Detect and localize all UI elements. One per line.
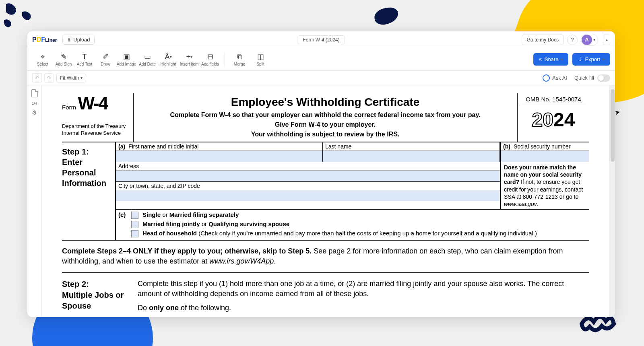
step1-heading: Step 1: Enter Personal Information xyxy=(62,142,115,240)
app-window: PDFLiner ⇧ Upload Form W-4 (2024) Go to … xyxy=(27,31,615,317)
upload-icon: ⇧ xyxy=(67,37,71,43)
first-name-label: (a)First name and middle initial xyxy=(116,142,322,150)
document-viewport[interactable]: Form W-4 Department of the Treasury Inte… xyxy=(42,85,609,317)
filing-married-joint-label: Married filing jointly or Qualifying sur… xyxy=(142,220,289,227)
fields-icon: ⊟ xyxy=(207,52,213,61)
pencil-icon: ✐ xyxy=(103,52,109,61)
app-logo[interactable]: PDFLiner xyxy=(32,36,57,43)
share-icon: ⎋ xyxy=(539,56,542,62)
complete-steps-note: Complete Steps 2–4 ONLY if they apply to… xyxy=(62,241,589,273)
ssn-match-note: Does your name match the name on your so… xyxy=(500,162,589,209)
plus-icon: +▾ xyxy=(186,52,192,61)
vertical-scrollbar[interactable] xyxy=(609,85,615,317)
form-instruction: Complete Form W-4 so that your employer … xyxy=(138,110,513,120)
sub-toolbar: ↶ ↷ Fit Width ▾ Ask AI Quick fill xyxy=(27,71,615,85)
my-docs-button[interactable]: Go to my Docs xyxy=(522,35,564,45)
tool-add-fields[interactable]: ⊟ Add fields xyxy=(200,49,221,70)
scrollbar-thumb[interactable] xyxy=(611,89,615,162)
form-w4-document: Form W-4 Department of the Treasury Inte… xyxy=(42,85,609,317)
redo-button[interactable]: ↷ xyxy=(44,73,54,83)
topbar: PDFLiner ⇧ Upload Form W-4 (2024) Go to … xyxy=(27,31,615,48)
collapse-button[interactable]: ▴ xyxy=(603,35,610,45)
tool-add-text[interactable]: T Add Text xyxy=(74,49,95,70)
zoom-select[interactable]: Fit Width ▾ xyxy=(56,74,86,82)
download-icon: ⤓ xyxy=(578,56,582,62)
quick-fill-switch[interactable] xyxy=(597,74,610,82)
calendar-icon: ▭ xyxy=(144,52,151,61)
chevron-down-icon: ▾ xyxy=(593,37,595,42)
dept-line: Department of the Treasury xyxy=(62,123,130,130)
ssn-label: (b)Social security number xyxy=(501,142,589,150)
tool-select[interactable]: ⌖ Select xyxy=(32,49,53,70)
tool-add-image[interactable]: ▣ Add Image xyxy=(116,49,137,70)
highlighter-icon: Å▾ xyxy=(165,52,171,61)
chevron-down-icon: ▾ xyxy=(80,76,83,80)
help-button[interactable]: ? xyxy=(567,35,578,45)
chevron-down-icon: ▾ xyxy=(561,57,563,62)
tool-add-date[interactable]: ▭ Add Date xyxy=(137,49,158,70)
city-label: City or town, state, and ZIP code xyxy=(116,182,500,190)
share-button[interactable]: ⎋ Share ▾ xyxy=(533,53,569,66)
filing-hoh-checkbox[interactable] xyxy=(131,230,138,237)
filing-hoh-label: Head of household (Check only if you're … xyxy=(142,230,537,237)
page-thumbnail-icon[interactable] xyxy=(31,89,38,97)
omb-number: OMB No. 1545-0074 xyxy=(521,96,586,106)
step2-heading: Step 2: Multiple Jobs or Spouse xyxy=(62,279,138,313)
filing-married-joint-checkbox[interactable] xyxy=(131,221,138,228)
form-label: Form xyxy=(62,104,76,111)
account-menu[interactable]: A ▾ xyxy=(581,34,598,46)
split-icon: ◫ xyxy=(257,52,264,61)
ssn-field[interactable] xyxy=(501,150,589,162)
page-counter: 1/4 xyxy=(32,101,37,105)
tool-merge[interactable]: ⧉ Merge xyxy=(229,49,250,70)
last-name-field[interactable] xyxy=(323,150,500,162)
export-button[interactable]: ⤓ Export ▾ xyxy=(572,53,610,66)
merge-icon: ⧉ xyxy=(237,52,242,61)
settings-icon[interactable]: ⚙ xyxy=(32,109,37,116)
tool-insert-item[interactable]: +▾ Insert item xyxy=(179,49,200,70)
left-sidebar: 1/4 ⚙ xyxy=(27,85,42,317)
dept-line: Internal Revenue Service xyxy=(62,130,130,137)
user-avatar: A xyxy=(582,35,592,45)
filing-single-checkbox[interactable] xyxy=(131,212,138,219)
ask-ai-button[interactable]: Ask AI xyxy=(543,74,567,82)
document-title[interactable]: Form W-4 (2024) xyxy=(297,35,345,44)
form-title: Employee's Withholding Certificate xyxy=(138,96,513,109)
city-field[interactable] xyxy=(116,190,500,201)
address-field[interactable] xyxy=(116,170,500,181)
cursor-icon: ⌖ xyxy=(41,52,45,61)
last-name-label: Last name xyxy=(323,142,500,150)
form-instruction: Give Form W-4 to your employer. xyxy=(138,120,513,130)
quick-fill-toggle: Quick fill xyxy=(574,74,610,82)
undo-button[interactable]: ↶ xyxy=(32,73,42,83)
main-toolbar: ⌖ Select ✎ Add Sign T Add Text ✐ Draw ▣ … xyxy=(27,48,615,71)
tool-highlight[interactable]: Å▾ Highlight xyxy=(158,49,179,70)
step2-body: Complete this step if you (1) hold more … xyxy=(138,279,589,313)
filing-single-label: Single or Married filing separately xyxy=(142,211,239,218)
tool-add-sign[interactable]: ✎ Add Sign xyxy=(53,49,74,70)
form-instruction: Your withholding is subject to review by… xyxy=(138,130,513,139)
form-year: 2024 xyxy=(521,109,586,131)
chevron-down-icon: ▾ xyxy=(603,57,605,62)
text-icon: T xyxy=(83,52,87,61)
signature-icon: ✎ xyxy=(61,52,67,61)
tool-split[interactable]: ◫ Split xyxy=(250,49,271,70)
image-icon: ▣ xyxy=(123,52,130,61)
first-name-field[interactable] xyxy=(116,150,322,162)
ai-icon xyxy=(543,74,550,82)
tool-draw[interactable]: ✐ Draw xyxy=(95,49,116,70)
form-code: W-4 xyxy=(78,93,107,113)
upload-button[interactable]: ⇧ Upload xyxy=(62,35,94,45)
address-label: Address xyxy=(116,162,500,170)
